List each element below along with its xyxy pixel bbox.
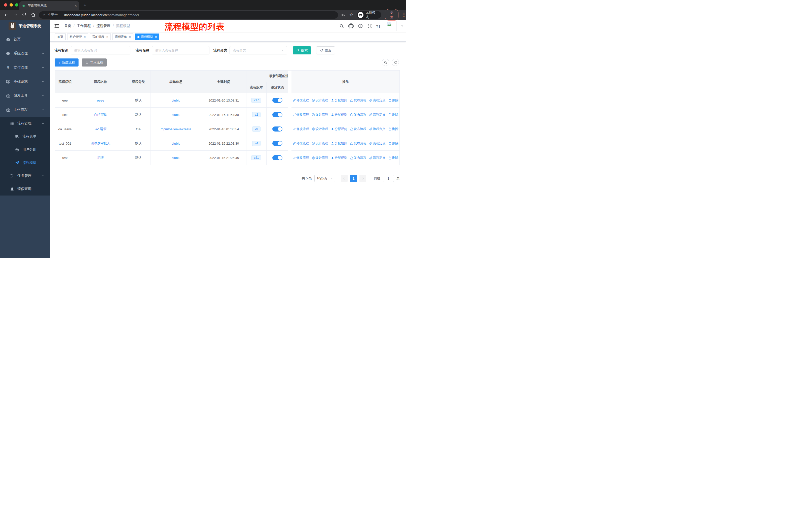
deploy-process-link[interactable]: 发布流程 xyxy=(350,156,367,160)
deploy-process-link[interactable]: 发布流程 xyxy=(350,113,367,117)
sidebar-item-process-model[interactable]: 流程模型 xyxy=(0,156,50,169)
process-name-link[interactable]: eeee xyxy=(97,99,104,102)
active-toggle[interactable] xyxy=(272,98,283,103)
back-icon[interactable] xyxy=(4,12,8,17)
active-toggle[interactable] xyxy=(272,141,283,146)
design-process-link[interactable]: 设计流程 xyxy=(312,98,328,103)
process-name-link[interactable]: 自己审批 xyxy=(94,112,107,117)
reset-button[interactable]: 重置 xyxy=(316,46,335,54)
minimize-window-button[interactable] xyxy=(9,3,13,6)
process-definition-link[interactable]: 流程定义 xyxy=(369,141,386,146)
sidebar-item-process-form[interactable]: 流程表单 xyxy=(0,130,50,143)
browser-tab[interactable]: 芋道管理系统 × xyxy=(19,1,79,10)
next-page-button[interactable] xyxy=(359,175,366,182)
process-definition-link[interactable]: 流程定义 xyxy=(369,113,386,117)
sidebar-item-home[interactable]: 首页 xyxy=(0,32,50,46)
filter-category-select[interactable]: 流程分类 xyxy=(230,46,287,54)
close-icon[interactable]: × xyxy=(129,35,131,39)
sidebar-item-leave-query[interactable]: 请假查询 xyxy=(0,183,50,195)
import-process-button[interactable]: 导入流程 xyxy=(82,58,107,66)
github-icon[interactable] xyxy=(348,23,354,29)
process-name-link[interactable]: 测试多审批人 xyxy=(91,141,111,146)
sidebar-item-system[interactable]: 系统管理 xyxy=(0,46,50,60)
create-process-button[interactable]: + 新建流程 xyxy=(55,58,79,66)
fullscreen-icon[interactable] xyxy=(367,24,372,28)
active-toggle[interactable] xyxy=(272,112,283,117)
sidebar-item-task-manage[interactable]: 任务管理 xyxy=(0,169,50,183)
deploy-process-link[interactable]: 发布流程 xyxy=(350,127,367,131)
sidebar-item-infra[interactable]: 基础设施 xyxy=(0,75,50,89)
design-process-link[interactable]: 设计流程 xyxy=(312,127,328,131)
close-window-button[interactable] xyxy=(4,3,7,6)
home-icon[interactable] xyxy=(31,12,35,17)
deploy-process-link[interactable]: 发布流程 xyxy=(350,141,367,146)
edit-process-link[interactable]: 修改流程 xyxy=(293,113,309,117)
delete-link[interactable]: 删除 xyxy=(388,156,399,160)
caret-down-icon[interactable] xyxy=(401,25,404,27)
form-link[interactable]: biubiu xyxy=(172,99,180,102)
active-toggle[interactable] xyxy=(272,155,283,160)
tag-tenant[interactable]: 租户管理× xyxy=(67,33,88,40)
tag-process-form[interactable]: 流程表单× xyxy=(112,33,134,40)
edit-process-link[interactable]: 修改流程 xyxy=(293,98,309,103)
edit-process-link[interactable]: 修改流程 xyxy=(293,127,309,131)
assign-rule-link[interactable]: 分配规则 xyxy=(331,113,347,117)
page-1-button[interactable]: 1 xyxy=(350,175,357,182)
process-definition-link[interactable]: 流程定义 xyxy=(369,156,386,160)
edit-process-link[interactable]: 修改流程 xyxy=(293,156,309,160)
close-icon[interactable]: × xyxy=(84,35,86,39)
maximize-window-button[interactable] xyxy=(15,3,18,6)
delete-link[interactable]: 删除 xyxy=(388,98,399,103)
delete-link[interactable]: 删除 xyxy=(388,127,399,131)
hamburger-fold-icon[interactable] xyxy=(54,23,59,28)
key-icon[interactable] xyxy=(341,12,346,18)
url-bar[interactable]: ⚠ 不安全 dashboard.yudao.iocoder.cn/bpm/man… xyxy=(39,11,338,19)
delete-link[interactable]: 删除 xyxy=(388,113,399,117)
close-icon[interactable]: × xyxy=(155,35,157,39)
refresh-table-button[interactable] xyxy=(392,59,399,66)
new-tab-button[interactable]: + xyxy=(84,2,86,8)
reload-icon[interactable] xyxy=(22,13,26,17)
process-definition-link[interactable]: 流程定义 xyxy=(369,98,386,103)
forward-icon[interactable] xyxy=(13,12,18,17)
tab-close-icon[interactable]: × xyxy=(75,3,77,8)
design-process-link[interactable]: 设计流程 xyxy=(312,156,328,160)
security-label[interactable]: 不安全 xyxy=(48,12,58,17)
tag-home[interactable]: 首页 xyxy=(55,33,66,40)
assign-rule-link[interactable]: 分配规则 xyxy=(331,98,347,103)
search-button[interactable]: 搜索 xyxy=(293,46,311,54)
user-avatar[interactable] xyxy=(386,21,397,31)
browser-menu-icon[interactable] xyxy=(402,12,406,17)
update-button[interactable]: 更新 xyxy=(385,9,399,21)
process-name-link[interactable]: OA 请假 xyxy=(95,127,107,131)
breadcrumb-home[interactable]: 首页 xyxy=(64,24,71,28)
tag-process-model[interactable]: 流程模型× xyxy=(135,33,160,40)
page-size-select[interactable]: 10条/页 xyxy=(314,175,335,182)
edit-process-link[interactable]: 修改流程 xyxy=(293,141,309,146)
breadcrumb-process-manage[interactable]: 流程管理 xyxy=(96,24,111,28)
filter-name-input[interactable] xyxy=(152,46,209,54)
form-link[interactable]: /bpm/oa/leave/create xyxy=(161,127,191,131)
design-process-link[interactable]: 设计流程 xyxy=(312,141,328,146)
goto-page-input[interactable] xyxy=(383,175,394,182)
sidebar-item-devtools[interactable]: 研发工具 xyxy=(0,89,50,103)
form-link[interactable]: biubiu xyxy=(172,113,180,117)
sidebar-item-payment[interactable]: ¥ 支付管理 xyxy=(0,60,50,75)
deploy-process-link[interactable]: 发布流程 xyxy=(350,98,367,103)
sidebar-item-workflow[interactable]: 工作流程 xyxy=(0,103,50,117)
form-link[interactable]: biubiu xyxy=(172,142,180,145)
assign-rule-link[interactable]: 分配规则 xyxy=(331,141,347,146)
active-toggle[interactable] xyxy=(272,127,283,132)
process-definition-link[interactable]: 流程定义 xyxy=(369,127,386,131)
sidebar-item-process-manage[interactable]: 流程管理 xyxy=(0,117,50,130)
prev-page-button[interactable] xyxy=(341,175,348,182)
design-process-link[interactable]: 设计流程 xyxy=(312,113,328,117)
close-icon[interactable]: × xyxy=(107,35,109,39)
assign-rule-link[interactable]: 分配规则 xyxy=(331,156,347,160)
assign-rule-link[interactable]: 分配规则 xyxy=(331,127,347,131)
tag-my-process[interactable]: 我的流程× xyxy=(90,33,111,40)
filter-id-input[interactable] xyxy=(71,46,130,54)
form-link[interactable]: biubiu xyxy=(172,156,180,160)
breadcrumb-workflow[interactable]: 工作流程 xyxy=(77,24,91,28)
help-icon[interactable] xyxy=(358,23,363,28)
